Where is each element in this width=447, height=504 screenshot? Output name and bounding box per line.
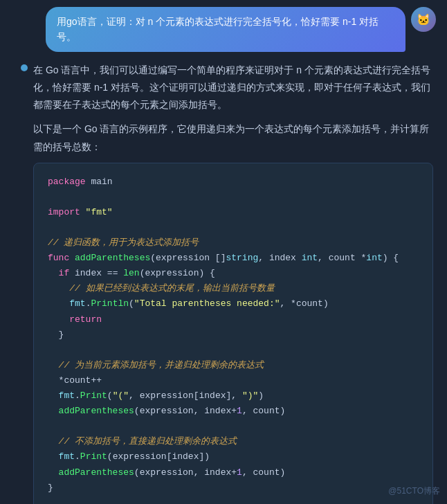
user-message-text: 用go语言，证明：对 n 个元素的表达式进行完全括号化，恰好需要 n-1 对括号… — [57, 16, 378, 42]
code-return-line: return — [48, 312, 419, 327]
user-chat-bubble: 用go语言，证明：对 n 个元素的表达式进行完全括号化，恰好需要 n-1 对括号… — [46, 7, 405, 52]
code-count-inc: *count++ — [48, 373, 419, 388]
code-recurse-1: addParentheses(expression, index+1, coun… — [48, 404, 419, 419]
code-comment-3: // 为当前元素添加括号，并递归处理剩余的表达式 — [48, 358, 419, 373]
code-comment-2: // 如果已经到达表达式的末尾，输出当前括号数量 — [48, 281, 419, 296]
code-print-no-paren: fmt.Print(expression[index]) — [48, 449, 419, 465]
keyword-import: import — [48, 207, 80, 217]
user-avatar: 🐱 — [411, 7, 436, 32]
func-name-add-parentheses: addParentheses — [75, 253, 150, 263]
code-recurse-2: addParentheses(expression, index+1, coun… — [48, 465, 419, 480]
code-if-line: if index == len(expression) { — [48, 266, 419, 281]
code-line-import: import "fmt" — [48, 205, 419, 220]
code-comment-1: // 递归函数，用于为表达式添加括号 — [48, 235, 419, 251]
response-text: 在 Go 语言中，我们可以通过编写一个简单的程序来证明对于 n 个元素的表达式进… — [33, 62, 433, 504]
response-paragraph-2: 以下是一个 Go 语言的示例程序，它使用递归来为一个表达式的每个元素添加括号，并… — [33, 120, 433, 155]
code-func-close-1: } — [48, 480, 419, 496]
response-paragraph-1: 在 Go 语言中，我们可以通过编写一个简单的程序来证明对于 n 个元素的表达式进… — [33, 62, 433, 114]
code-comment-4: // 不添加括号，直接递归处理剩余的表达式 — [48, 434, 419, 449]
code-println-line: fmt.Println("Total parentheses needed:",… — [48, 296, 419, 312]
keyword-package: package — [48, 177, 86, 187]
user-message-row: 用go语言，证明：对 n 个元素的表达式进行完全括号化，恰好需要 n-1 对括号… — [0, 0, 447, 56]
watermark: @51CTO博客 — [388, 485, 440, 497]
response-container: 在 Go 语言中，我们可以通过编写一个简单的程序来证明对于 n 个元素的表达式进… — [0, 56, 447, 504]
code-if-close: } — [48, 327, 419, 343]
keyword-func-1: func — [48, 253, 69, 263]
ai-avatar-dot — [21, 64, 28, 71]
code-func-signature: func addParentheses(expression []string,… — [48, 251, 419, 266]
code-line-package: package main — [48, 174, 419, 190]
code-print-paren: fmt.Print("(", expression[index], ")") — [48, 388, 419, 404]
code-block: package main import "fmt" // 递归函数，用于为表达式… — [33, 163, 433, 504]
